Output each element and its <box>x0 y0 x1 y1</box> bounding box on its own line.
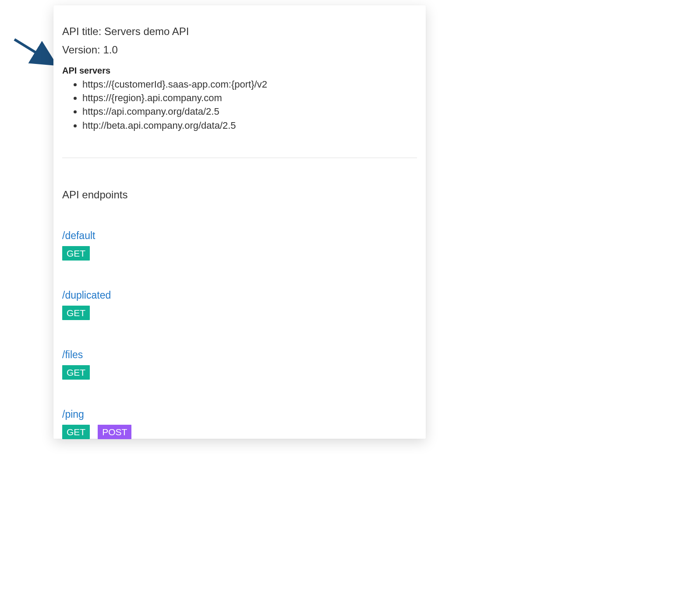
endpoint-methods: GET <box>62 365 417 380</box>
method-badge-get[interactable]: GET <box>62 246 90 261</box>
api-version-value: 1.0 <box>103 44 117 56</box>
svg-line-1 <box>14 39 53 63</box>
endpoint-block: /duplicated GET <box>62 289 417 320</box>
endpoint-methods: GET POST <box>62 425 417 439</box>
endpoint-methods: GET <box>62 306 417 320</box>
section-divider <box>62 158 417 158</box>
api-title-line: API title: Servers demo API <box>62 25 417 38</box>
api-version-line: Version: 1.0 <box>62 44 417 56</box>
server-url: https://api.company.org/data/2.5 <box>82 105 417 118</box>
method-badge-post[interactable]: POST <box>98 425 131 439</box>
server-url: https://{customerId}.saas-app.com:{port}… <box>82 78 417 91</box>
server-url: https://{region}.api.company.com <box>82 91 417 105</box>
servers-list: https://{customerId}.saas-app.com:{port}… <box>62 78 417 132</box>
method-badge-get[interactable]: GET <box>62 425 90 439</box>
endpoint-block: /ping GET POST <box>62 409 417 439</box>
endpoints-heading: API endpoints <box>62 189 417 201</box>
api-version-label: Version: <box>62 44 100 56</box>
endpoint-methods: GET <box>62 246 417 261</box>
endpoint-block: /default GET <box>62 230 417 261</box>
endpoint-path-link[interactable]: /files <box>62 349 83 360</box>
endpoint-path-link[interactable]: /ping <box>62 409 84 420</box>
endpoint-path-link[interactable]: /duplicated <box>62 289 111 301</box>
endpoint-path-link[interactable]: /default <box>62 230 95 241</box>
method-badge-get[interactable]: GET <box>62 365 90 380</box>
endpoint-block: /files GET <box>62 349 417 380</box>
method-badge-get[interactable]: GET <box>62 306 90 320</box>
server-url: http://beta.api.company.org/data/2.5 <box>82 119 417 132</box>
api-title-label: API title: <box>62 25 101 37</box>
servers-heading: API servers <box>62 66 417 76</box>
api-title-value: Servers demo API <box>104 25 189 37</box>
api-doc-card: API title: Servers demo API Version: 1.0… <box>53 5 426 439</box>
